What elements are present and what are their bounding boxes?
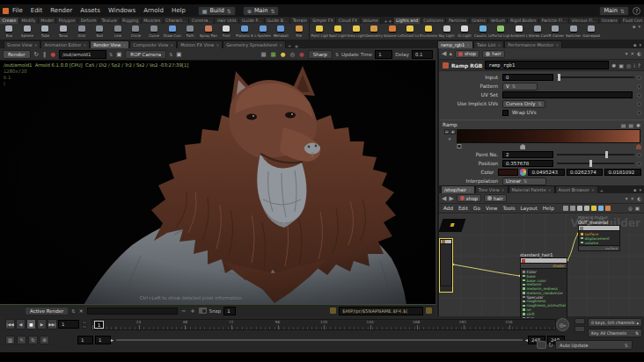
update-refresh-icon[interactable]: ↻	[548, 342, 553, 349]
shelf-tab[interactable]: Hair Utils	[215, 18, 239, 24]
input-dot-icon[interactable]	[523, 317, 525, 318]
node-input-row[interactable]: Tint	[521, 316, 567, 318]
transport-button[interactable]: ▶▶|	[48, 319, 57, 329]
shelf-tool[interactable]: Point Light	[311, 24, 329, 38]
close-icon[interactable]: ×	[170, 43, 173, 47]
header-icon[interactable]: ✱	[611, 62, 616, 69]
close-icon[interactable]: ×	[34, 43, 38, 47]
input-dot-icon[interactable]	[523, 305, 525, 308]
shelf-tab[interactable]: Viscous Fl...	[569, 18, 599, 24]
remove-point-button[interactable]: −	[444, 129, 450, 134]
pane-menu-icon[interactable]: ▪	[633, 187, 636, 192]
input-dot-icon[interactable]	[581, 233, 583, 235]
implicit-uvs-dropdown[interactable]: Curves Only⇅	[502, 100, 545, 108]
channel-dot[interactable]	[637, 153, 641, 157]
transport-button[interactable]: ▶	[37, 319, 47, 329]
shelf-tool[interactable]: Tube	[36, 24, 55, 38]
shelf-tab[interactable]: Collisions	[421, 18, 447, 24]
menu-item[interactable]: File	[12, 7, 23, 14]
render-viewport[interactable]: /out/arnold1 Arnold 6.1.0.0 [CPU] Ca5 / …	[0, 61, 435, 305]
shelf-tool[interactable]: Switcher	[564, 24, 582, 38]
close-icon[interactable]: ×	[279, 43, 282, 47]
zoom-in-icon[interactable]: +	[189, 308, 195, 315]
frame-step-down-button[interactable]	[82, 325, 87, 329]
spinner-icon[interactable]: ⇅	[71, 308, 75, 314]
color-wheel-icon[interactable]	[520, 169, 526, 176]
shelf-tool[interactable]: Null	[91, 24, 109, 38]
close-icon[interactable]: ×	[83, 43, 86, 47]
pane-tab[interactable]: Animation Editor ×	[40, 40, 90, 48]
shelf-tool[interactable]: Spot Light	[329, 24, 348, 38]
header-icon[interactable]: ◎	[626, 62, 631, 69]
close-icon[interactable]: ×	[216, 43, 219, 47]
transport-button[interactable]: ◀	[16, 319, 26, 329]
auto-update-selector[interactable]: Auto Update⇅	[555, 340, 633, 350]
shelf-tab[interactable]: Texture	[99, 18, 121, 24]
re-render-icon[interactable]: ↻	[33, 51, 40, 58]
network-tool-icon[interactable]	[563, 206, 568, 211]
ramp-point-3-marker[interactable]	[636, 144, 641, 149]
pane-menu-icon[interactable]: ▪	[633, 42, 636, 47]
shelf-tool[interactable]: Volume Light	[383, 24, 401, 38]
keys-channels-button[interactable]: 0 keys, 0/0 channels▴	[588, 318, 642, 327]
shelf-tool[interactable]: Distant Light	[401, 24, 420, 38]
node-header-bar[interactable]	[578, 225, 620, 231]
current-frame-marker[interactable]: 1	[94, 321, 104, 329]
pin-icon[interactable]: ◐	[637, 196, 641, 201]
node-name-field[interactable]: ramp_rgb1	[485, 61, 609, 69]
node-input-row[interactable]: volume	[579, 241, 619, 245]
shelf-tool[interactable]: Draw Curve	[163, 24, 181, 38]
pane-tab[interactable]: Motion FX View ×	[177, 40, 223, 48]
shelf-tool[interactable]: Sky Light	[437, 24, 456, 38]
playbar-option-icon[interactable]: ↻	[28, 336, 38, 344]
spinner-icon[interactable]: ⇅	[169, 52, 172, 57]
position-slider[interactable]	[557, 160, 634, 167]
filter-selector[interactable]: Sharp	[308, 50, 333, 59]
shelf-tool[interactable]: Curve	[145, 24, 164, 38]
detach-icon[interactable]: ✕	[631, 51, 635, 56]
collapse-icon[interactable]: ▾	[449, 136, 451, 141]
network-menu-item[interactable]: Tools	[502, 206, 515, 211]
message-log-icon[interactable]	[537, 341, 546, 349]
network-menu-item[interactable]: Add	[443, 206, 453, 211]
channel-dot[interactable]	[637, 84, 641, 89]
ramp-rgb-node-partial[interactable]	[439, 238, 453, 293]
lock-icon[interactable]	[426, 308, 432, 314]
close-icon[interactable]: ×	[466, 43, 470, 47]
breadcrumb-node-chip[interactable]: hair	[482, 50, 505, 58]
close-snapshot-icon[interactable]: ×	[78, 308, 84, 315]
shelf-tool[interactable]: Metaball	[272, 24, 290, 38]
uvset-field[interactable]	[502, 91, 633, 98]
detach-icon[interactable]: ✕	[631, 196, 635, 201]
header-icon[interactable]: i	[633, 62, 635, 69]
forward-icon[interactable]: ▶	[449, 195, 453, 202]
pane-tab[interactable]: Performance Monitor ×	[504, 40, 562, 48]
shelf-tab[interactable]: Rigging	[121, 18, 142, 24]
channel-dot[interactable]	[637, 102, 641, 106]
transport-button[interactable]: |◀◀	[5, 319, 15, 329]
shelf-tool[interactable]: Sphere	[18, 24, 37, 38]
shelf-tab[interactable]: Particle Fl...	[539, 18, 569, 24]
shelf-tool[interactable]: Area Light	[347, 24, 365, 38]
render-option-icon[interactable]: ▦	[260, 51, 267, 58]
search-icon[interactable]: ◎	[628, 206, 633, 211]
shelf-tool[interactable]: Torus	[55, 24, 73, 38]
right-pane-link-selector[interactable]: Main ⇅	[599, 6, 629, 16]
input-dot-icon[interactable]	[523, 271, 525, 273]
input-dot-icon[interactable]	[581, 237, 583, 240]
shelf-tab[interactable]: Oceans	[599, 18, 620, 24]
pane-tab[interactable]: Geometry Spreadsheet ×	[223, 40, 286, 48]
dropdown-icon[interactable]: ▾	[626, 196, 628, 201]
back-icon[interactable]: ◀	[442, 195, 446, 202]
pane-split-icon[interactable]: ▾	[639, 187, 641, 192]
color-r-field[interactable]: 0.0495243	[528, 169, 565, 176]
shelf-tab[interactable]: Constra...	[189, 18, 215, 24]
shelf-tool[interactable]: VR Camera	[546, 24, 565, 38]
ramp-save-icon[interactable]: ▤	[628, 122, 633, 128]
playbar-option-icon[interactable]: ▥	[5, 336, 15, 344]
shelf-tab[interactable]: Volume	[361, 18, 382, 24]
pane-tab[interactable]: ramp_rgb1 ×	[437, 40, 473, 48]
pane-tab[interactable]: Scene View ×	[4, 40, 40, 48]
render-option-icon[interactable]: ●	[280, 51, 287, 58]
shelf-tab[interactable]: Modify	[19, 18, 39, 24]
